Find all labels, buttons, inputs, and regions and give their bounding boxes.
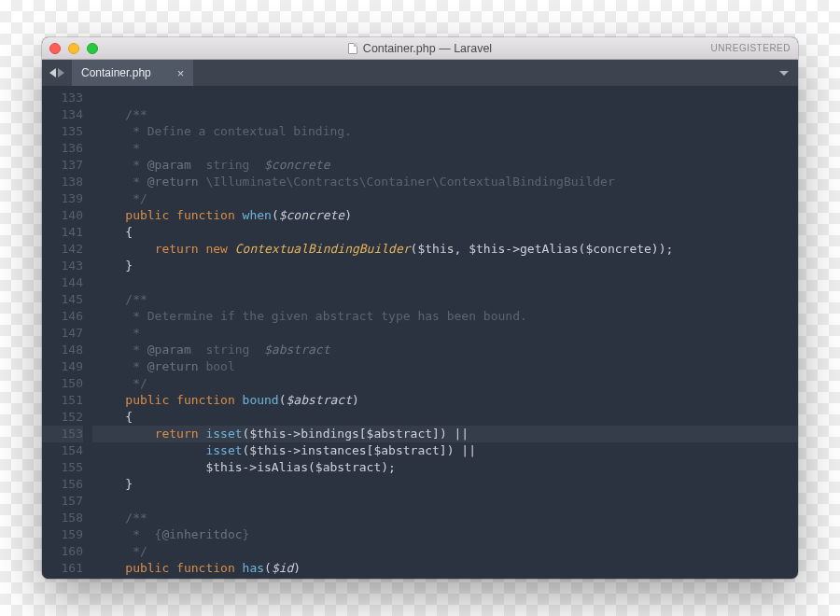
code-line[interactable]: */ xyxy=(92,543,798,560)
tab-active[interactable]: Container.php × xyxy=(72,60,194,86)
editor[interactable]: 1331341351361371381391401411421431441451… xyxy=(42,86,798,579)
line-number: 134 xyxy=(42,106,83,123)
tab-bar: Container.php × xyxy=(42,60,798,86)
line-number: 152 xyxy=(42,409,83,426)
code-line[interactable]: * @return \Illuminate\Contracts\Containe… xyxy=(92,174,798,190)
code-line[interactable]: * xyxy=(92,140,798,157)
tab-dropdown-button[interactable] xyxy=(770,60,798,86)
code-line[interactable]: public function when($concrete) xyxy=(92,207,798,224)
line-number: 148 xyxy=(42,342,83,358)
line-number-gutter: 1331341351361371381391401411421431441451… xyxy=(42,86,92,579)
code-area[interactable]: /** * Define a contextual binding. * * @… xyxy=(92,86,798,579)
line-number: 133 xyxy=(42,90,83,106)
line-number: 157 xyxy=(42,493,83,510)
code-line[interactable]: * Define a contextual binding. xyxy=(92,123,798,140)
code-line[interactable]: /** xyxy=(92,510,798,526)
code-line[interactable]: */ xyxy=(92,190,798,207)
code-line[interactable]: * {@inheritdoc} xyxy=(92,526,798,543)
line-number: 142 xyxy=(42,241,83,258)
line-number: 140 xyxy=(42,207,83,224)
line-number: 155 xyxy=(42,459,83,476)
tab-label: Container.php xyxy=(81,66,151,79)
line-number: 141 xyxy=(42,224,83,241)
line-number: 138 xyxy=(42,174,83,190)
code-line[interactable]: /** xyxy=(92,291,798,308)
titlebar[interactable]: Container.php — Laravel UNREGISTERED xyxy=(42,37,798,60)
code-line[interactable]: * Determine if the given abstract type h… xyxy=(92,308,798,325)
line-number: 137 xyxy=(42,157,83,174)
line-number: 147 xyxy=(42,325,83,342)
line-number: 158 xyxy=(42,510,83,526)
code-line[interactable]: $this->isAlias($abstract); xyxy=(92,459,798,476)
line-number: 136 xyxy=(42,140,83,157)
line-number: 154 xyxy=(42,442,83,459)
line-number: 135 xyxy=(42,123,83,140)
line-number: 139 xyxy=(42,190,83,207)
code-line[interactable]: * @param string $abstract xyxy=(92,342,798,358)
close-window-button[interactable] xyxy=(49,43,61,54)
code-line[interactable]: { xyxy=(92,577,798,579)
document-icon xyxy=(348,43,357,54)
code-line[interactable] xyxy=(92,90,798,106)
line-number: 143 xyxy=(42,258,83,274)
code-line[interactable]: { xyxy=(92,224,798,241)
code-line[interactable]: return isset($this->bindings[$abstract])… xyxy=(92,426,798,442)
code-line[interactable]: * xyxy=(92,325,798,342)
code-line[interactable]: * @param string $concrete xyxy=(92,157,798,174)
line-number: 145 xyxy=(42,291,83,308)
line-number: 160 xyxy=(42,543,83,560)
traffic-lights xyxy=(49,43,98,54)
line-number: 149 xyxy=(42,358,83,375)
code-line[interactable] xyxy=(92,493,798,510)
code-line[interactable]: public function has($id) xyxy=(92,560,798,577)
code-line[interactable]: } xyxy=(92,476,798,493)
code-line[interactable]: /** xyxy=(92,106,798,123)
code-line[interactable]: return new ContextualBindingBuilder($thi… xyxy=(92,241,798,258)
zoom-window-button[interactable] xyxy=(87,43,98,54)
line-number: 153 xyxy=(42,426,83,442)
nav-buttons xyxy=(42,60,72,86)
code-line[interactable]: } xyxy=(92,258,798,274)
line-number: 156 xyxy=(42,476,83,493)
nav-back-icon[interactable] xyxy=(49,68,56,77)
line-number: 146 xyxy=(42,308,83,325)
window-title: Container.php — Laravel xyxy=(42,42,798,55)
app-window: Container.php — Laravel UNREGISTERED Con… xyxy=(42,37,798,579)
code-line[interactable]: * @return bool xyxy=(92,358,798,375)
line-number: 162 xyxy=(42,577,83,579)
code-line[interactable]: */ xyxy=(92,375,798,392)
nav-forward-icon[interactable] xyxy=(58,68,64,77)
code-line[interactable]: isset($this->instances[$abstract]) || xyxy=(92,442,798,459)
line-number: 144 xyxy=(42,274,83,291)
minimize-window-button[interactable] xyxy=(68,43,79,54)
unregistered-label: UNREGISTERED xyxy=(711,43,791,53)
code-line[interactable]: public function bound($abstract) xyxy=(92,392,798,409)
tab-close-icon[interactable]: × xyxy=(177,66,185,80)
line-number: 150 xyxy=(42,375,83,392)
code-line[interactable]: { xyxy=(92,409,798,426)
line-number: 159 xyxy=(42,526,83,543)
line-number: 151 xyxy=(42,392,83,409)
window-title-text: Container.php — Laravel xyxy=(363,42,492,55)
chevron-down-icon xyxy=(779,71,789,76)
line-number: 161 xyxy=(42,560,83,577)
code-line[interactable] xyxy=(92,274,798,291)
